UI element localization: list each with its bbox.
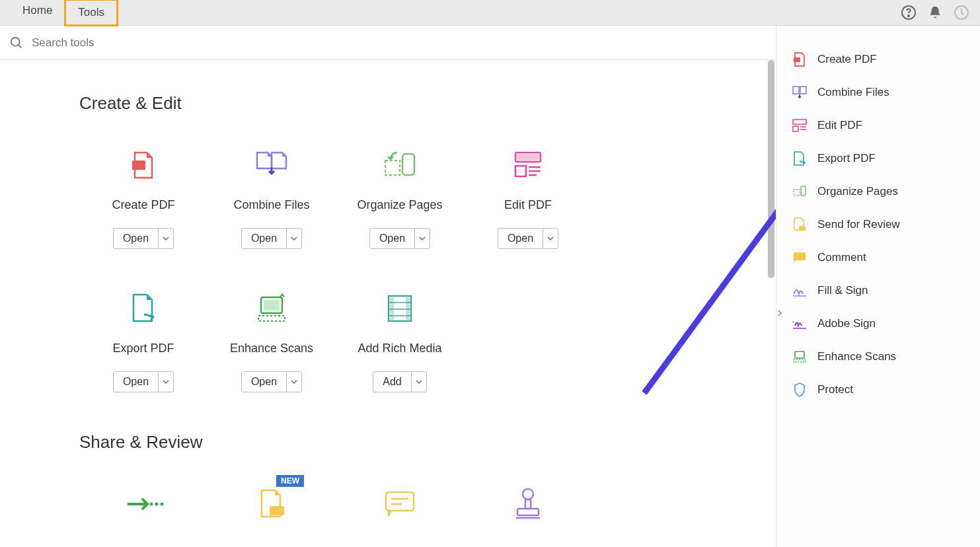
tool-button-main[interactable]: Open	[242, 229, 287, 248]
svg-rect-52	[794, 359, 806, 362]
search-input[interactable]	[32, 36, 767, 50]
topbar: Home Tools	[0, 0, 980, 26]
tool-button-main[interactable]: Add	[373, 372, 411, 392]
svg-rect-26	[270, 506, 284, 515]
search-icon	[9, 36, 24, 50]
sidebar-item-enhance-scans[interactable]: Enhance Scans	[792, 340, 964, 373]
chevron-down-icon[interactable]	[287, 229, 301, 248]
organize-pages-icon	[792, 184, 807, 199]
sidebar-item-edit-pdf[interactable]: Edit PDF	[792, 109, 964, 142]
sidebar-item-organize-pages[interactable]: Organize Pages	[792, 175, 964, 208]
svg-rect-32	[517, 509, 539, 515]
tool-send-for-review[interactable]: NEW	[207, 484, 336, 537]
svg-rect-15	[264, 300, 280, 310]
sidebar-collapse-handle[interactable]	[776, 303, 784, 323]
chevron-down-icon[interactable]	[412, 372, 426, 392]
tool-export-pdf[interactable]: Export PDF Open	[79, 289, 207, 392]
svg-point-1	[908, 15, 909, 17]
svg-point-25	[161, 503, 164, 506]
section-title-share-review: Share & Review	[79, 432, 697, 453]
sidebar-item-comment[interactable]: Comment	[792, 241, 964, 274]
chevron-down-icon[interactable]	[415, 229, 430, 248]
svg-rect-44	[801, 186, 806, 196]
tool-button[interactable]: Open	[241, 371, 302, 392]
svg-point-3	[11, 37, 20, 46]
tool-button-main[interactable]: Open	[498, 229, 543, 248]
svg-rect-40	[793, 120, 806, 124]
main-panel: Create & Edit Create PDF Open	[0, 26, 776, 547]
rich-media-icon	[336, 289, 464, 328]
sidebar-item-send-for-review[interactable]: Send for Review	[792, 208, 964, 241]
tab-home[interactable]: Home	[11, 0, 64, 26]
tool-button[interactable]: Add	[373, 371, 426, 392]
export-pdf-icon	[79, 289, 207, 328]
svg-rect-45	[794, 190, 800, 196]
sidebar-item-label: Enhance Scans	[817, 350, 896, 363]
tool-edit-pdf[interactable]: Edit PDF Open	[464, 145, 592, 249]
tool-comment[interactable]	[336, 484, 464, 537]
stamp-icon	[464, 484, 592, 524]
protect-icon	[792, 383, 807, 397]
sidebar-item-protect[interactable]: Protect	[792, 373, 964, 406]
tool-label: Organize Pages	[336, 198, 464, 212]
tool-button-main[interactable]: Open	[370, 229, 415, 248]
svg-rect-38	[793, 87, 799, 94]
tool-button-main[interactable]: Open	[242, 372, 287, 392]
right-sidebar: Create PDF Combine Files Edit PDF Export…	[776, 26, 980, 547]
tool-button[interactable]: Open	[241, 228, 302, 249]
combine-files-icon	[792, 85, 807, 100]
search-bar	[0, 26, 776, 60]
edit-pdf-icon	[464, 145, 592, 185]
tool-share[interactable]	[79, 484, 207, 537]
tool-button[interactable]: Open	[498, 228, 558, 249]
tool-add-rich-media[interactable]: Add Rich Media Add	[336, 289, 464, 392]
send-for-review-icon	[792, 217, 807, 232]
svg-rect-47	[794, 252, 806, 260]
svg-text:x: x	[792, 320, 794, 324]
tool-button[interactable]: Open	[113, 371, 174, 392]
scrollbar-thumb[interactable]	[768, 60, 774, 278]
sidebar-item-combine-files[interactable]: Combine Files	[792, 76, 964, 109]
sidebar-item-fill-sign[interactable]: Fill & Sign	[792, 274, 964, 307]
tool-combine-files[interactable]: Combine Files Open	[207, 145, 336, 249]
svg-rect-51	[795, 351, 804, 358]
edit-pdf-icon	[792, 118, 807, 133]
chevron-down-icon[interactable]	[543, 229, 558, 248]
tool-button-main[interactable]: Open	[114, 229, 159, 248]
svg-point-23	[150, 503, 153, 506]
chevron-down-icon[interactable]	[159, 229, 173, 248]
help-icon[interactable]	[901, 5, 917, 20]
tool-label: Combine Files	[207, 198, 336, 212]
tool-button-main[interactable]: Open	[114, 372, 159, 392]
tool-button[interactable]: Open	[113, 228, 174, 249]
sidebar-item-label: Fill & Sign	[817, 284, 868, 297]
enhance-scans-icon	[792, 349, 807, 364]
fill-sign-icon	[792, 283, 807, 298]
activity-icon[interactable]	[954, 5, 969, 20]
svg-rect-9	[517, 154, 539, 161]
tool-organize-pages[interactable]: Organize Pages Open	[336, 145, 464, 249]
sidebar-item-label: Organize Pages	[817, 185, 898, 198]
bell-icon[interactable]	[927, 5, 943, 20]
svg-rect-39	[800, 87, 806, 94]
tool-enhance-scans[interactable]: Enhance Scans Open	[207, 289, 336, 392]
svg-rect-16	[258, 316, 285, 321]
chevron-down-icon[interactable]	[159, 372, 173, 392]
tool-create-pdf[interactable]: Create PDF Open	[79, 145, 207, 249]
svg-rect-19	[406, 297, 410, 320]
tool-label: Export PDF	[79, 342, 207, 355]
comment-icon	[792, 250, 807, 265]
svg-point-30	[523, 489, 533, 499]
svg-rect-10	[515, 166, 526, 176]
tool-button[interactable]: Open	[369, 228, 430, 249]
sidebar-item-label: Create PDF	[817, 53, 877, 66]
svg-rect-5	[132, 161, 145, 170]
sidebar-item-label: Combine Files	[817, 86, 889, 99]
chevron-down-icon[interactable]	[287, 372, 301, 392]
tool-label: Add Rich Media	[336, 342, 464, 355]
sidebar-item-adobe-sign[interactable]: x Adobe Sign	[792, 307, 964, 340]
tab-tools[interactable]: Tools	[64, 0, 118, 26]
tool-stamp[interactable]	[464, 484, 592, 537]
sidebar-item-create-pdf[interactable]: Create PDF	[792, 43, 964, 76]
sidebar-item-export-pdf[interactable]: Export PDF	[792, 142, 964, 175]
